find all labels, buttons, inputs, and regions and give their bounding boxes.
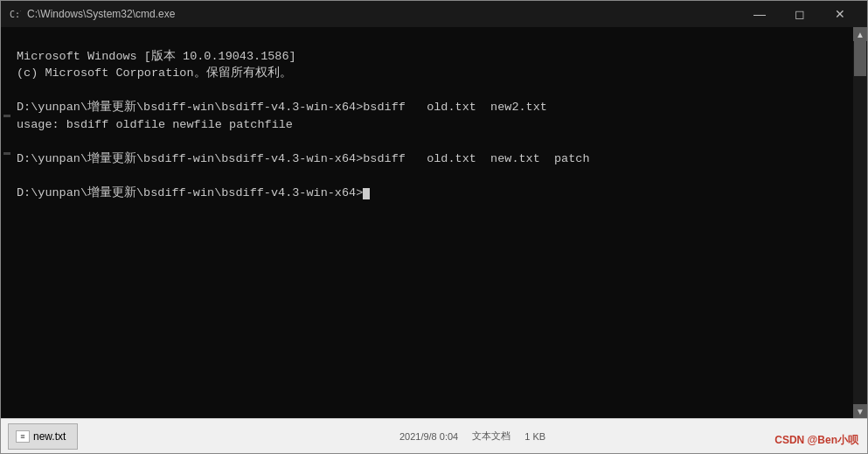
- side-marker-1: [3, 115, 10, 117]
- svg-text:C:\: C:\: [10, 10, 21, 19]
- scroll-track[interactable]: [853, 41, 867, 404]
- window-controls: — ◻ ✕: [740, 1, 860, 27]
- taskbar-size: 1 KB: [524, 431, 545, 442]
- close-button[interactable]: ✕: [820, 1, 860, 27]
- cmd-window: C:\ C:\Windows\System32\cmd.exe — ◻ ✕ Mi…: [0, 0, 868, 454]
- restore-button[interactable]: ◻: [780, 1, 820, 27]
- side-markers: [1, 27, 13, 418]
- taskbar: ≡ new.txt 2021/9/8 0:04 文本文档 1 KB CSDN @…: [1, 418, 867, 453]
- scrollbar[interactable]: ▲ ▼: [853, 27, 867, 418]
- window-title: C:\Windows\System32\cmd.exe: [27, 8, 740, 20]
- line-4: D:\yunpan\增量更新\bsdiff-win\bsdiff-v4.3-wi…: [17, 101, 547, 114]
- side-marker-2: [3, 152, 10, 155]
- line-9: D:\yunpan\增量更新\bsdiff-win\bsdiff-v4.3-wi…: [17, 186, 370, 199]
- scroll-thumb[interactable]: [854, 41, 866, 76]
- file-icon: ≡: [16, 430, 30, 443]
- title-bar: C:\ C:\Windows\System32\cmd.exe — ◻ ✕: [1, 1, 867, 27]
- line-2: (c) Microsoft Corporation。保留所有权利。: [17, 66, 292, 80]
- terminal-area[interactable]: Microsoft Windows [版本 10.0.19043.1586] (…: [1, 27, 867, 418]
- taskbar-date: 2021/9/8 0:04: [399, 431, 458, 442]
- taskbar-center-info: 2021/9/8 0:04 文本文档 1 KB: [399, 430, 545, 443]
- taskbar-item-newtxt[interactable]: ≡ new.txt: [8, 423, 78, 450]
- cmd-icon: C:\: [8, 7, 22, 21]
- terminal-output[interactable]: Microsoft Windows [版本 10.0.19043.1586] (…: [13, 27, 853, 418]
- minimize-button[interactable]: —: [740, 1, 780, 27]
- scroll-up-button[interactable]: ▲: [853, 27, 867, 41]
- cursor: [363, 188, 370, 199]
- line-7: D:\yunpan\增量更新\bsdiff-win\bsdiff-v4.3-wi…: [17, 152, 590, 165]
- scroll-down-button[interactable]: ▼: [853, 404, 867, 418]
- watermark: CSDN @Ben小呗: [774, 433, 858, 448]
- line-1: Microsoft Windows [版本 10.0.19043.1586]: [17, 50, 296, 63]
- taskbar-item-label: new.txt: [33, 430, 66, 443]
- taskbar-type: 文本文档: [472, 430, 510, 443]
- line-5: usage: bsdiff oldfile newfile patchfile: [17, 118, 293, 131]
